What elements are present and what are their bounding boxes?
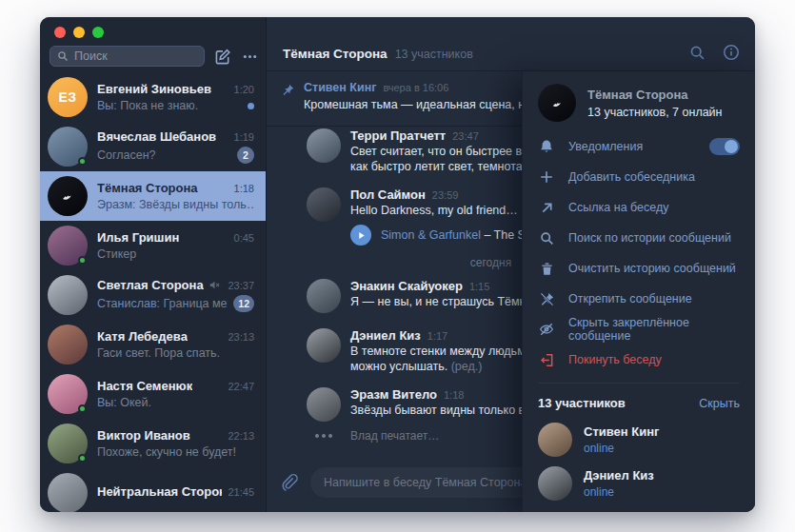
unread-badge: 12: [233, 295, 254, 312]
group-avatar[interactable]: [538, 84, 576, 122]
info-icon[interactable]: [723, 44, 740, 61]
chat-list-item[interactable]: ЕЗ Евгений Зиновьев1:20 Вы: Пока не знаю…: [40, 72, 266, 122]
message-author[interactable]: Эразм Витело: [350, 387, 437, 402]
member-name: Стивен Кинг: [584, 424, 659, 439]
message-time: 1:15: [469, 281, 489, 292]
message-search-icon[interactable]: [689, 45, 706, 61]
typing-dots-icon: [307, 434, 341, 438]
chat-list-item[interactable]: Светлая Сторона 23:37 Станислав: Граница…: [40, 270, 266, 320]
member-name: Дэниел Киз: [584, 468, 654, 483]
chat-list-item[interactable]: Илья Гришин0:45 Стикер: [40, 221, 266, 270]
member-row[interactable]: Дэниел Киз online: [523, 462, 755, 505]
chat-time: 23:37: [228, 280, 254, 291]
search-icon: [57, 50, 69, 62]
chat-name: Светлая Сторона: [97, 278, 204, 292]
chat-list-item[interactable]: Нейтральная Сторона21:45: [40, 468, 266, 512]
menu-item-leave-chat[interactable]: Покинуть беседу: [523, 345, 755, 375]
member-status: online: [584, 442, 659, 455]
message-author[interactable]: Терри Пратчетт: [350, 128, 446, 143]
chat-list-item[interactable]: Виктор Иванов22:13 Похоже, скучно не буд…: [40, 419, 266, 468]
menu-item-unpin-message[interactable]: Открепить сообщение: [523, 284, 755, 314]
avatar: [48, 275, 88, 315]
online-indicator: [78, 454, 87, 463]
chat-title: Тёмная Сторона: [283, 47, 388, 61]
avatar: [48, 325, 88, 365]
avatar[interactable]: [307, 279, 341, 313]
more-icon[interactable]: [242, 49, 258, 65]
chat-name: Катя Лебедева: [97, 329, 188, 344]
chat-header: Тёмная Сторона 13 участников: [267, 17, 755, 71]
chat-list: ЕЗ Евгений Зиновьев1:20 Вы: Пока не знаю…: [40, 72, 266, 512]
search-box[interactable]: [50, 46, 205, 67]
leave-icon: [538, 353, 555, 367]
compose-icon[interactable]: [215, 49, 231, 65]
app-window: ЕЗ Евгений Зиновьев1:20 Вы: Пока не знаю…: [40, 17, 755, 512]
sidebar: ЕЗ Евгений Зиновьев1:20 Вы: Пока не знаю…: [40, 17, 267, 512]
search-icon: [538, 231, 555, 246]
chat-subtitle: 13 участников: [395, 48, 473, 61]
dark-side-emblem: [548, 94, 566, 112]
avatar: [48, 473, 88, 512]
eye-off-icon: [538, 322, 555, 337]
chat-list-item[interactable]: Вячеслав Шебанов1:19 Согласен?2: [40, 122, 266, 171]
hide-members-link[interactable]: Скрыть: [699, 397, 740, 410]
minimize-button[interactable]: [73, 27, 85, 38]
chat-preview: Согласен?: [97, 148, 231, 162]
chat-list-item[interactable]: Катя Лебедева23:13 Гаси свет. Пора спать…: [40, 320, 266, 369]
chat-preview: Похоже, скучно не будет!: [97, 445, 254, 459]
window-controls: [54, 27, 104, 38]
avatar[interactable]: [307, 387, 341, 422]
dark-side-emblem: [58, 187, 77, 206]
online-indicator: [78, 256, 87, 265]
chat-time: 1:18: [234, 183, 254, 194]
avatar[interactable]: [307, 187, 341, 222]
menu-label: Уведомления: [568, 140, 643, 153]
online-indicator: [78, 404, 87, 413]
zoom-button[interactable]: [92, 27, 104, 38]
audio-artist[interactable]: Simon & Garfunkel: [381, 228, 481, 242]
member-status: online: [584, 485, 654, 499]
menu-item-notifications[interactable]: Уведомления: [523, 131, 755, 162]
member-row[interactable]: Стивен Кинг online: [523, 418, 755, 462]
chat-name: Виктор Иванов: [97, 428, 190, 443]
message-time: 1:17: [427, 330, 447, 342]
message-time: 23:59: [432, 189, 459, 201]
attach-icon[interactable]: [280, 473, 299, 492]
chat-time: 1:20: [234, 84, 254, 95]
avatar: [538, 423, 572, 457]
message-author[interactable]: Пол Саймон: [350, 187, 426, 202]
search-input[interactable]: [74, 49, 197, 63]
menu-item-hide-pinned[interactable]: Скрыть закреплённое сообщение: [523, 314, 755, 345]
chat-time: 23:13: [228, 331, 254, 343]
message-author[interactable]: Дэниел Киз: [350, 328, 421, 343]
chat-list-item-selected[interactable]: Тёмная Сторона1:18 Эразм: Звёзды видны т…: [40, 171, 266, 221]
arrow-up-right-icon: [538, 201, 555, 215]
avatar: ЕЗ: [48, 77, 88, 117]
menu-label: Покинуть беседу: [568, 353, 662, 366]
avatar: [48, 374, 88, 414]
avatar: [48, 127, 88, 167]
avatar: [48, 424, 88, 463]
notifications-toggle[interactable]: [709, 138, 740, 155]
unread-dot: [248, 103, 254, 109]
close-button[interactable]: [54, 27, 66, 38]
play-button[interactable]: [350, 225, 371, 246]
panel-header: Тёмная Сторона 13 участников, 7 онлайн: [523, 71, 755, 131]
chat-name: Вячеслав Шебанов: [97, 129, 216, 144]
muted-icon: [209, 280, 220, 290]
menu-item-add-member[interactable]: Добавить собеседника: [523, 162, 755, 192]
chat-list-item[interactable]: Настя Семенюк22:47 Вы: Окей.: [40, 369, 266, 419]
menu-item-chat-link[interactable]: Ссылка на беседу: [523, 192, 755, 223]
panel-subtitle: 13 участников, 7 онлайн: [587, 106, 723, 119]
chat-preview: Станислав: Граница межд…: [97, 297, 228, 310]
chat-name: Настя Семенюк: [97, 379, 192, 393]
plus-icon: [538, 169, 555, 185]
avatar[interactable]: [307, 128, 341, 163]
message-author[interactable]: Энакин Скайуокер: [350, 279, 463, 293]
trash-icon: [538, 262, 555, 276]
avatar[interactable]: [307, 328, 341, 363]
bell-icon: [538, 139, 555, 154]
menu-label: Поиск по истории сообщений: [568, 231, 731, 245]
menu-item-search-history[interactable]: Поиск по истории сообщений: [523, 223, 755, 253]
menu-item-clear-history[interactable]: Очистить историю сообщений: [523, 253, 755, 284]
